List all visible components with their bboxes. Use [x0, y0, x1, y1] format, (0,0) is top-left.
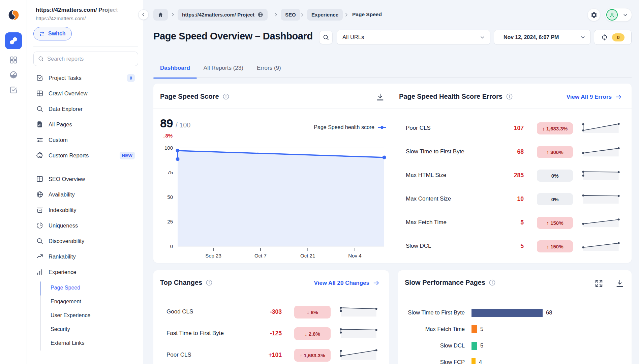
trending-up-icon: [36, 253, 43, 260]
breadcrumb-experience[interactable]: Experience: [307, 9, 343, 21]
url-filter-value: All URLs: [342, 34, 475, 40]
breadcrumb-home[interactable]: [153, 9, 168, 21]
sitebulb-logo-icon[interactable]: [8, 9, 20, 21]
sidebar-item-crawl-overview[interactable]: Crawl Overview: [27, 86, 143, 101]
slow-performance-pages-card: Slow Performance Pages Slow Time to Firs…: [398, 270, 632, 364]
sidebar-item-security[interactable]: Security: [51, 323, 70, 336]
error-sparkline: [581, 215, 621, 230]
tab-all-reports-[interactable]: All Reports (23): [197, 63, 250, 78]
globe-icon: [36, 191, 43, 198]
info-icon[interactable]: [489, 279, 496, 286]
error-change-badge: ↑ 1,683.3%: [537, 122, 573, 134]
refresh-icon: [601, 34, 608, 41]
bar: [471, 325, 477, 333]
url-filter-select[interactable]: All URLs: [337, 30, 490, 45]
svg-text:75: 75: [167, 170, 173, 175]
tab-dashboard[interactable]: Dashboard: [153, 63, 197, 78]
error-count: 285: [490, 172, 524, 179]
download-icon[interactable]: [376, 93, 385, 101]
switch-arrows-icon: [39, 31, 45, 37]
archive-icon: [36, 206, 43, 214]
sidebar-collapse-button[interactable]: [138, 9, 149, 20]
change-sparkline: [338, 348, 379, 363]
download-icon[interactable]: [615, 279, 624, 288]
sidebar-item-experience[interactable]: Experience: [27, 264, 143, 280]
project-url: https://42matters.com/: [36, 16, 86, 21]
sidebar-item-indexability[interactable]: Indexability: [27, 202, 143, 218]
change-count: +101: [248, 352, 282, 359]
sidebar-item-label: Uniqueness: [49, 222, 78, 229]
sidebar-badge: 0: [127, 74, 135, 82]
rail-item-tasks[interactable]: [5, 82, 22, 98]
card-title-top-changes: Top Changes: [160, 279, 213, 286]
refresh-button[interactable]: 0: [594, 30, 632, 45]
change-badge: ↑ 1,683.3%: [294, 349, 331, 362]
card-title-page-speed-score: Page Speed Score: [160, 93, 230, 100]
sidebar-item-label: Discoverability: [49, 238, 84, 244]
card-header-divider: [398, 294, 632, 294]
sidebar-item-discoverability[interactable]: Discoverability: [27, 233, 143, 249]
sidebar-item-user-experience[interactable]: User Experience: [51, 309, 90, 323]
error-label: Slow DCL: [406, 243, 431, 249]
search-reports-input[interactable]: [47, 56, 134, 62]
rail-item-gauge[interactable]: [5, 66, 22, 83]
sidebar-item-custom-reports[interactable]: Custom ReportsNEW: [27, 148, 143, 163]
breadcrumb-seo[interactable]: SEO: [281, 9, 300, 21]
switch-button[interactable]: Switch: [33, 27, 72, 40]
bar-label: Slow Time to First Byte: [398, 309, 465, 316]
home-icon: [158, 12, 163, 18]
refresh-count-badge: 0: [612, 33, 625, 41]
error-label: Poor CLS: [406, 125, 431, 131]
info-icon[interactable]: [206, 279, 213, 286]
view-all-changes-link[interactable]: View All 20 Changes: [314, 279, 380, 286]
sidebar-item-seo-overview[interactable]: SEO Overview: [27, 171, 143, 187]
error-label: Slow Time to First Byte: [406, 148, 464, 155]
sidebar-item-rankability[interactable]: Rankability: [27, 249, 143, 264]
card-title-slow-performance-pages: Slow Performance Pages: [405, 279, 496, 286]
sidebar-item-uniqueness[interactable]: Uniqueness: [27, 218, 143, 233]
chevron-right-icon: [273, 12, 278, 17]
bar: [471, 342, 477, 350]
page-title: Page Speed Overview – Dashboard: [153, 31, 313, 42]
sidebar: https://42matters.com/ Project https://4…: [27, 0, 143, 364]
sidebar-divider: [33, 47, 138, 47]
expand-icon[interactable]: [595, 279, 603, 288]
bar-value: 5: [480, 326, 483, 332]
main-content: https://42matters.com/ ProjectSEOExperie…: [144, 0, 639, 364]
info-icon[interactable]: [222, 93, 230, 100]
sidebar-item-availability[interactable]: Availability: [27, 187, 143, 202]
breadcrumb-label: Experience: [311, 12, 338, 18]
sidebar-item-data-explorer[interactable]: Data Explorer: [27, 101, 143, 117]
breadcrumb-https-42matters-com-proj[interactable]: https://42matters.com/ Project: [178, 9, 268, 21]
info-icon[interactable]: [506, 93, 513, 100]
breadcrumb-label: https://42matters.com/ Project: [182, 12, 254, 18]
change-sparkline: [338, 326, 379, 341]
svg-text:100: 100: [164, 145, 173, 151]
error-count: 10: [490, 195, 524, 203]
error-count: 107: [490, 125, 524, 132]
view-all-errors-link[interactable]: View All 9 Errors: [567, 93, 622, 100]
rail-item-link-analysis[interactable]: [5, 32, 22, 49]
globe-icon: [257, 12, 263, 18]
change-label: Poor CLS: [166, 352, 191, 358]
settings-button[interactable]: [587, 8, 600, 21]
rail-item-grid[interactable]: [5, 52, 22, 68]
date-value: Nov 12, 2024, 6:07 PM: [504, 34, 576, 40]
error-sparkline: [581, 239, 621, 254]
sidebar-item-all-pages[interactable]: All Pages: [27, 117, 143, 132]
sidebar-item-engagement[interactable]: Engagement: [51, 295, 81, 309]
error-sparkline: [581, 168, 621, 183]
sidebar-item-custom[interactable]: Custom: [27, 132, 143, 148]
tab-errors-[interactable]: Errors (9): [250, 63, 288, 78]
card-title-health-score-errors: Page Speed Health Score Errors: [399, 93, 513, 100]
bar-value: 4: [479, 359, 482, 364]
sidebar-item-external-links[interactable]: External Links: [51, 336, 85, 350]
change-badge: ↓ 2.8%: [294, 327, 331, 340]
sidebar-item-page-speed[interactable]: Page Speed: [51, 281, 80, 295]
sidebar-item-project-tasks[interactable]: Project Tasks0: [27, 70, 143, 86]
date-select[interactable]: Nov 12, 2024, 6:07 PM: [494, 30, 591, 45]
report-search-button[interactable]: [319, 31, 333, 44]
account-menu-button[interactable]: [605, 8, 632, 22]
svg-text:50: 50: [167, 194, 173, 200]
chevron-down-icon: [580, 34, 586, 40]
